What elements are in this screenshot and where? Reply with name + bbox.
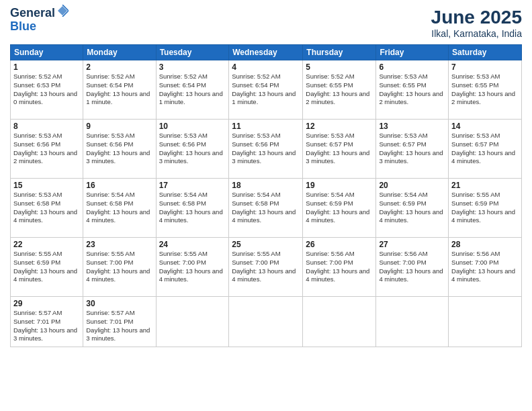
logo-icon — [56, 5, 69, 17]
day-number: 20 — [379, 181, 445, 190]
day-number: 19 — [306, 181, 373, 190]
header: General Blue June 2025 Ilkal, Karnataka,… — [10, 7, 522, 39]
day-number: 29 — [13, 299, 80, 308]
month-title: June 2025 — [431, 7, 522, 28]
table-row: 19 Sunrise: 5:54 AMSunset: 6:59 PMDaylig… — [303, 179, 376, 238]
table-row: 14 Sunrise: 5:53 AMSunset: 6:57 PMDaylig… — [449, 120, 522, 179]
day-info: Sunrise: 5:56 AMSunset: 7:00 PMDaylight:… — [451, 250, 519, 284]
title-block: June 2025 Ilkal, Karnataka, India — [431, 7, 522, 39]
day-info: Sunrise: 5:52 AMSunset: 6:53 PMDaylight:… — [13, 73, 80, 107]
table-row: 26 Sunrise: 5:56 AMSunset: 7:00 PMDaylig… — [303, 238, 376, 297]
table-row: 12 Sunrise: 5:53 AMSunset: 6:57 PMDaylig… — [303, 120, 376, 179]
day-info: Sunrise: 5:56 AMSunset: 7:00 PMDaylight:… — [306, 250, 373, 284]
day-number: 3 — [159, 62, 226, 72]
day-info: Sunrise: 5:55 AMSunset: 6:59 PMDaylight:… — [13, 250, 80, 284]
day-info: Sunrise: 5:53 AMSunset: 6:56 PMDaylight:… — [13, 132, 80, 166]
day-number: 18 — [232, 181, 300, 190]
day-number: 24 — [159, 240, 226, 249]
calendar-week-3: 15 Sunrise: 5:53 AMSunset: 6:58 PMDaylig… — [11, 179, 522, 238]
table-row: 11 Sunrise: 5:53 AMSunset: 6:56 PMDaylig… — [229, 120, 303, 179]
logo-general: General — [10, 7, 55, 20]
day-number: 4 — [232, 62, 300, 72]
table-row: 20 Sunrise: 5:54 AMSunset: 6:59 PMDaylig… — [376, 179, 449, 238]
day-number: 15 — [13, 181, 80, 190]
day-info: Sunrise: 5:54 AMSunset: 6:58 PMDaylight:… — [232, 191, 300, 225]
day-number: 2 — [86, 62, 152, 72]
logo: General Blue — [10, 7, 69, 34]
day-number: 12 — [306, 122, 373, 131]
table-row: 28 Sunrise: 5:56 AMSunset: 7:00 PMDaylig… — [449, 238, 522, 297]
table-row: 1 Sunrise: 5:52 AMSunset: 6:53 PMDayligh… — [11, 60, 83, 120]
day-number: 28 — [451, 240, 519, 249]
calendar-header-row: Sunday Monday Tuesday Wednesday Thursday… — [11, 45, 522, 60]
col-tuesday: Tuesday — [156, 45, 229, 60]
col-friday: Friday — [376, 45, 449, 60]
day-info: Sunrise: 5:54 AMSunset: 6:59 PMDaylight:… — [379, 191, 445, 225]
location-title: Ilkal, Karnataka, India — [431, 28, 522, 39]
day-number: 27 — [379, 240, 445, 249]
day-info: Sunrise: 5:53 AMSunset: 6:58 PMDaylight:… — [13, 191, 80, 225]
day-number: 13 — [379, 122, 445, 131]
table-row: 13 Sunrise: 5:53 AMSunset: 6:57 PMDaylig… — [376, 120, 449, 179]
day-number: 26 — [306, 240, 373, 249]
day-number: 10 — [159, 122, 226, 131]
calendar-week-4: 22 Sunrise: 5:55 AMSunset: 6:59 PMDaylig… — [11, 238, 522, 297]
calendar-page: General Blue June 2025 Ilkal, Karnataka,… — [0, 0, 532, 411]
calendar-week-5: 29 Sunrise: 5:57 AMSunset: 7:01 PMDaylig… — [11, 297, 522, 347]
day-number: 14 — [451, 122, 519, 131]
day-number: 6 — [379, 62, 445, 72]
day-info: Sunrise: 5:57 AMSunset: 7:01 PMDaylight:… — [13, 309, 80, 343]
table-row: 22 Sunrise: 5:55 AMSunset: 6:59 PMDaylig… — [11, 238, 83, 297]
col-wednesday: Wednesday — [229, 45, 303, 60]
day-info: Sunrise: 5:53 AMSunset: 6:56 PMDaylight:… — [232, 132, 300, 166]
col-sunday: Sunday — [11, 45, 83, 60]
table-row: 18 Sunrise: 5:54 AMSunset: 6:58 PMDaylig… — [229, 179, 303, 238]
day-info: Sunrise: 5:53 AMSunset: 6:55 PMDaylight:… — [451, 73, 519, 107]
day-info: Sunrise: 5:55 AMSunset: 7:00 PMDaylight:… — [232, 250, 300, 284]
logo-blue: Blue — [10, 20, 69, 34]
calendar-week-2: 8 Sunrise: 5:53 AMSunset: 6:56 PMDayligh… — [11, 120, 522, 179]
day-number: 7 — [451, 62, 519, 72]
table-row: 8 Sunrise: 5:53 AMSunset: 6:56 PMDayligh… — [11, 120, 83, 179]
day-number: 9 — [86, 122, 152, 131]
table-row: 3 Sunrise: 5:52 AMSunset: 6:54 PMDayligh… — [156, 60, 229, 120]
day-info: Sunrise: 5:53 AMSunset: 6:57 PMDaylight:… — [379, 132, 445, 166]
calendar-table: Sunday Monday Tuesday Wednesday Thursday… — [10, 44, 522, 347]
day-info: Sunrise: 5:53 AMSunset: 6:57 PMDaylight:… — [306, 132, 373, 166]
table-row: 5 Sunrise: 5:52 AMSunset: 6:55 PMDayligh… — [303, 60, 376, 120]
calendar-week-1: 1 Sunrise: 5:52 AMSunset: 6:53 PMDayligh… — [11, 60, 522, 120]
table-row: 23 Sunrise: 5:55 AMSunset: 7:00 PMDaylig… — [83, 238, 156, 297]
col-monday: Monday — [83, 45, 156, 60]
table-row: 15 Sunrise: 5:53 AMSunset: 6:58 PMDaylig… — [11, 179, 83, 238]
day-number: 21 — [451, 181, 519, 190]
table-row: 30 Sunrise: 5:57 AMSunset: 7:01 PMDaylig… — [83, 297, 156, 347]
table-row: 10 Sunrise: 5:53 AMSunset: 6:56 PMDaylig… — [156, 120, 229, 179]
col-saturday: Saturday — [449, 45, 522, 60]
day-info: Sunrise: 5:57 AMSunset: 7:01 PMDaylight:… — [86, 309, 152, 343]
day-info: Sunrise: 5:53 AMSunset: 6:56 PMDaylight:… — [86, 132, 152, 166]
day-number: 17 — [159, 181, 226, 190]
table-row: 16 Sunrise: 5:54 AMSunset: 6:58 PMDaylig… — [83, 179, 156, 238]
table-row: 9 Sunrise: 5:53 AMSunset: 6:56 PMDayligh… — [83, 120, 156, 179]
day-info: Sunrise: 5:55 AMSunset: 6:59 PMDaylight:… — [451, 191, 519, 225]
table-row — [229, 297, 303, 347]
day-info: Sunrise: 5:55 AMSunset: 7:00 PMDaylight:… — [159, 250, 226, 284]
day-info: Sunrise: 5:55 AMSunset: 7:00 PMDaylight:… — [86, 250, 152, 284]
day-info: Sunrise: 5:56 AMSunset: 7:00 PMDaylight:… — [379, 250, 445, 284]
table-row: 27 Sunrise: 5:56 AMSunset: 7:00 PMDaylig… — [376, 238, 449, 297]
day-info: Sunrise: 5:52 AMSunset: 6:54 PMDaylight:… — [86, 73, 152, 107]
day-number: 22 — [13, 240, 80, 249]
col-thursday: Thursday — [303, 45, 376, 60]
table-row: 17 Sunrise: 5:54 AMSunset: 6:58 PMDaylig… — [156, 179, 229, 238]
day-info: Sunrise: 5:53 AMSunset: 6:56 PMDaylight:… — [159, 132, 226, 166]
table-row: 6 Sunrise: 5:53 AMSunset: 6:55 PMDayligh… — [376, 60, 449, 120]
table-row — [449, 297, 522, 347]
day-info: Sunrise: 5:53 AMSunset: 6:55 PMDaylight:… — [379, 73, 445, 107]
day-info: Sunrise: 5:52 AMSunset: 6:54 PMDaylight:… — [232, 73, 300, 107]
day-info: Sunrise: 5:52 AMSunset: 6:55 PMDaylight:… — [306, 73, 373, 107]
table-row: 24 Sunrise: 5:55 AMSunset: 7:00 PMDaylig… — [156, 238, 229, 297]
day-number: 16 — [86, 181, 152, 190]
day-number: 30 — [86, 299, 152, 308]
day-number: 25 — [232, 240, 300, 249]
day-number: 23 — [86, 240, 152, 249]
